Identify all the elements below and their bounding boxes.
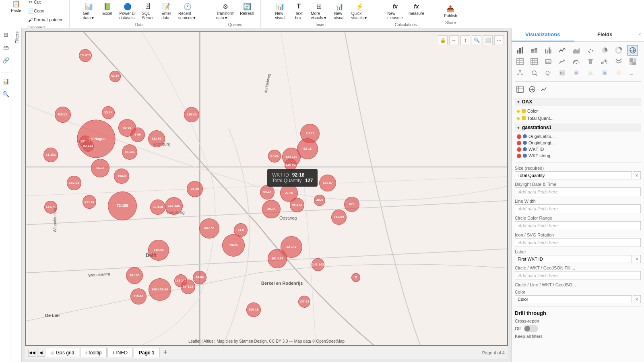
viz-custom4-icon[interactable]: ⊞ [599,68,610,78]
bubble-67-21[interactable]: 67-21 [268,150,281,162]
action-fields-icon[interactable] [515,84,525,95]
viz-treemap-icon[interactable] [627,56,638,67]
fields-tab[interactable]: Fields [574,28,636,41]
viz-ribbon-icon[interactable] [613,56,624,67]
bubble-143-142[interactable]: 143-142 [312,258,324,271]
gs-field-wkt-id[interactable]: 🔴 WKT ID [515,146,641,152]
bubble-36-86[interactable]: 36-86 [193,271,206,284]
bubble-e[interactable]: E [351,273,360,282]
bubble-131-63[interactable]: 131-63 [148,130,165,147]
bubble-34-15[interactable]: 34-15 [109,71,121,82]
powerbi-datasets-button[interactable]: 🔵 Power BIdatasets [118,1,138,21]
viz-table-icon[interactable] [515,56,525,67]
bubble-100-158-88[interactable]: 100-158-88 [149,278,171,301]
bubble-127-22[interactable]: 127-22 [298,296,310,308]
add-page-button[interactable]: + [161,348,170,358]
bubble-61-53[interactable]: 61-53 [55,107,71,123]
bubble-126-25[interactable]: 126-25 [184,107,199,122]
bubble-99-45[interactable]: 99-45 [260,185,275,200]
text-box-button[interactable]: T Textbox [291,1,307,21]
viz-cluster-bar-icon[interactable] [543,45,553,56]
bubble-92-18[interactable]: 92-18 [297,138,318,159]
viz-stacked-bar-icon[interactable] [529,45,539,56]
size-remove-button[interactable]: × [633,171,641,179]
dax-field-color[interactable]: ◆ Color [515,107,641,115]
viz-matrix-icon[interactable] [529,56,539,67]
quick-visuals-button[interactable]: ⚡ Quickvisuals▼ [350,1,369,21]
bubble-144-16[interactable]: 144-16 [83,195,96,209]
viz-card-icon[interactable]: 123 [543,56,553,67]
bubble-141-71[interactable]: 141-71 [44,201,57,214]
gs-field-wkt-string[interactable]: 🔴 WKT string [515,152,641,159]
icon-svg-rotation-field[interactable]: Add data fields here [515,238,641,247]
line-width-field[interactable]: Add data fields here [515,204,641,213]
viz-decomp-icon[interactable] [515,68,525,78]
viz-custom3-icon[interactable] [585,68,596,78]
viz-qna-icon[interactable]: Q [543,68,553,78]
viz-donut-icon[interactable] [613,45,624,56]
report-icon[interactable]: ⊞ [1,30,11,39]
bubble-19-74[interactable]: 19-74 [222,234,245,257]
cut-button[interactable]: ✂ Cut [26,0,64,6]
data-icon[interactable]: 🗃 [1,43,11,52]
gasstation-section-header[interactable]: ▼ gasstations1 [515,123,641,132]
collapse-panel-button[interactable]: ‹ [636,28,644,41]
paste-button[interactable]: 📋 Paste [8,0,24,24]
bubble-72-158[interactable]: 72-158 [108,191,137,220]
viz-kpi-icon[interactable] [557,56,568,67]
model-icon[interactable]: 🔗 [1,56,11,65]
cross-report-toggle[interactable] [524,325,538,332]
viz-custom5-icon[interactable] [613,68,624,78]
viz-pie-icon[interactable] [599,45,610,56]
bubble-48-3[interactable]: 48-3 [314,195,325,206]
bubble-86-150[interactable]: 86-150 [199,218,219,239]
bubble-63-118[interactable]: 63-118 [150,200,165,215]
bubble-83-113[interactable]: 83-113 [181,280,195,294]
map-zoom-tool[interactable]: ↕ [460,35,470,45]
nav-prev-button[interactable]: ◀ [37,349,45,357]
map-more-tool[interactable]: ⋯ [494,35,504,45]
viz-custom1-icon[interactable]: PY [557,68,568,78]
bubble-45-38[interactable]: 45-38 [262,200,281,218]
filters-label[interactable]: Filters [13,28,21,47]
tab-gas-grid[interactable]: ⊞ Gas grid [46,348,79,357]
tab-tooltip[interactable]: ℹ tooltip [80,348,107,357]
tab-page1[interactable]: Page 1 [134,348,160,358]
measure-button[interactable]: fx measure [407,1,426,21]
nav-first-button[interactable]: ◀◀ [28,349,36,357]
gs-field-lat[interactable]: 🔴 OriginLatitu... [515,133,641,140]
viz-waterfall-icon[interactable] [599,56,610,67]
viz-funnel-icon[interactable] [585,56,596,67]
copy-button[interactable]: 📄 Copy [26,7,64,15]
viz-scatter-icon[interactable] [585,45,596,56]
recent-sources-button[interactable]: 🕐 Recentsources▼ [177,1,198,21]
daylight-field[interactable]: Add data fields here [515,187,641,196]
gs-field-long[interactable]: 🔴 OriginLongi... [515,140,641,146]
viz-map-icon[interactable] [627,45,638,56]
excel-button[interactable]: 📗 Excel [99,1,116,21]
bubble-9-60[interactable]: 9-60 [130,128,145,142]
bubble-118-126[interactable]: 118-126 [165,197,183,215]
filter-icon[interactable]: 🔍 [1,89,11,99]
viz-bar-icon[interactable] [515,45,525,56]
refresh-button[interactable]: 🔄 Refresh [238,1,256,21]
bubble-142-99[interactable]: 142-99 [331,210,347,225]
bubble-121-87[interactable]: 121-87 [319,175,336,191]
map-filter-tool[interactable]: 🔍 [472,35,481,45]
new-visual-button[interactable]: 📊 Newvisual [272,1,288,21]
bubble-53-133[interactable]: 53-133 [83,140,94,152]
bubble-115-98[interactable]: 115-98 [130,288,147,304]
bubble-158-8[interactable]: 158-8 [114,169,129,184]
transform-data-button[interactable]: ⚙ Transformdata▼ [215,1,236,21]
dax-field-total-qty[interactable]: ◆ Total Quant... [515,115,641,122]
sql-server-button[interactable]: 🗄 SQLServer [140,1,156,21]
bubble-35-34[interactable]: 35-34 [102,106,115,119]
get-data-button[interactable]: 📊 Getdata▼ [81,1,97,21]
size-dropdown[interactable]: Total Quantity [515,171,632,179]
bubble-95-114[interactable]: 95-114 [290,198,304,212]
label-remove-button[interactable]: × [633,255,641,263]
publish-button[interactable]: 📤 Publish [442,3,459,19]
tab-info[interactable]: ℹ INFO [107,348,133,357]
format-painter-button[interactable]: 🖌 Format painter [26,16,64,24]
bubble-15-h15[interactable]: 15-H15 [79,49,92,62]
